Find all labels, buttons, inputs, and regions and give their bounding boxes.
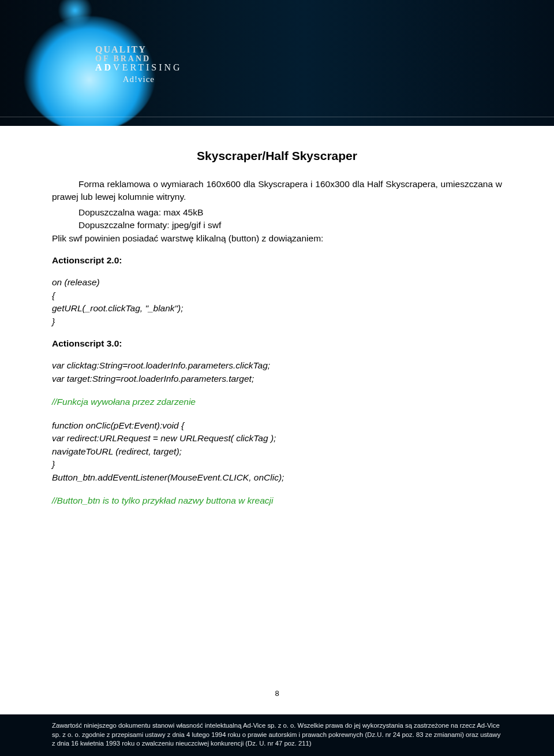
page-number: 8 [0,689,554,698]
spec-formats: Dopuszczalne formaty: jpeg/gif i swf [52,219,502,232]
page-content: Skyscraper/Half Skyscraper Forma reklamo… [0,126,554,507]
footer-copyright: Zawartość niniejszego dokumentu stanowi … [0,714,554,756]
spec-weight: Dopuszczalna waga: max 45kB [52,206,502,219]
brand-line3: ADVERTISING [95,63,182,73]
brand-block: QUALITY OF BRAND ADVERTISING Ad!vice [95,45,182,84]
as2-heading: Actionscript 2.0: [52,255,502,266]
brand-line4: Ad!vice [95,75,182,84]
intro-paragraph: Forma reklamowa o wymiarach 160x600 dla … [52,178,502,204]
brand-line3-bold: AD [95,62,113,72]
as3-comment1-text: //Funkcja wywołana przez zdarzenie [52,397,196,407]
as3-comment2: //Button_btn is to tylko przykład nazwy … [52,494,502,507]
brand-line3-rest: VERTISING [113,62,182,72]
as3-comment1: //Funkcja wywołana przez zdarzenie [52,396,502,408]
spec-swf-note: Plik swf powinien posiadać warstwę klika… [52,233,323,243]
brand-line2: OF BRAND [95,55,182,64]
as3-comment2-text: //Button_btn is to tylko przykład nazwy … [52,496,273,505]
as3-code-func: function onClic(pEvt:Event):void { var r… [52,419,502,484]
as3-code-vars: var clicktag:String=root.loaderInfo.para… [52,359,502,385]
as2-code: on (release) { getURL(_root.clickTag, "_… [52,276,502,328]
brand-line1: QUALITY [95,45,182,55]
specs-block: Dopuszczalna waga: max 45kB Dopuszczalne… [52,206,502,245]
as3-heading: Actionscript 3.0: [52,338,502,349]
page-title: Skyscraper/Half Skyscraper [52,149,502,163]
header-banner: QUALITY OF BRAND ADVERTISING Ad!vice [0,0,554,126]
